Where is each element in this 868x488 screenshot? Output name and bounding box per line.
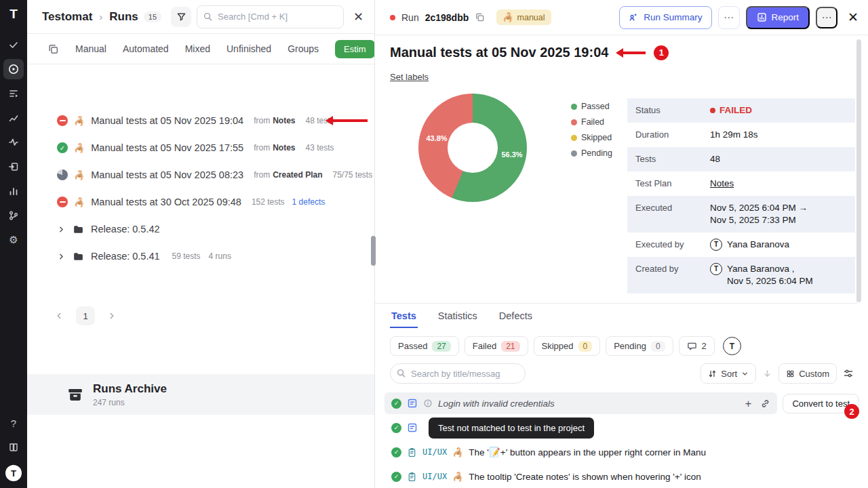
run-defects-link[interactable]: 1 defects: [292, 197, 326, 207]
copy-icon[interactable]: [475, 12, 485, 22]
tab-estimate-pill[interactable]: Estim: [335, 40, 374, 58]
run-queue-icon[interactable]: [3, 83, 24, 104]
test-row[interactable]: ✓ Login with invalid credentials + Conve…: [384, 391, 859, 415]
folder-title[interactable]: Release: 0.5.41: [91, 251, 160, 262]
tab-automated[interactable]: Automated: [123, 43, 169, 54]
run-title[interactable]: Manual tests at 05 Nov 2025 17:55: [91, 142, 243, 153]
tab-groups[interactable]: Groups: [288, 43, 319, 54]
archive-title[interactable]: Runs Archive: [93, 382, 167, 396]
app-rail: T ⚙ ? T: [0, 0, 27, 488]
filter-passed[interactable]: Passed 27: [390, 336, 459, 356]
tab-mixed[interactable]: Mixed: [185, 43, 210, 54]
tests-check-icon[interactable]: [3, 35, 24, 55]
breadcrumb-section[interactable]: Runs: [109, 10, 138, 24]
sort-button[interactable]: Sort: [701, 363, 756, 384]
panel-close-icon[interactable]: ✕: [349, 11, 368, 23]
reports-bars-icon[interactable]: [3, 181, 24, 201]
page-next-icon[interactable]: [107, 311, 117, 321]
tab-manual[interactable]: Manual: [75, 43, 106, 54]
filter-skipped[interactable]: Skipped 0: [534, 336, 601, 356]
run-row[interactable]: 🦂 Manual tests at 05 Nov 2025 08:23 from…: [27, 161, 374, 188]
run-row[interactable]: 🦂 Manual tests at 30 Oct 2025 09:48 152 …: [27, 188, 374, 216]
test-row[interactable]: ✓ UI/UX 🦂 The '📝+' button appears in the…: [384, 440, 859, 464]
test-row[interactable]: ✓ Test not matched to test in the projec…: [384, 415, 859, 440]
runs-search-input[interactable]: [197, 5, 344, 28]
app-logo[interactable]: T: [9, 7, 18, 22]
run-summary-button[interactable]: Run Summary: [619, 6, 711, 29]
release-folder-row[interactable]: Release: 0.5.41 59 tests 4 runs: [27, 243, 374, 270]
info-label: Status: [635, 104, 710, 117]
run-tests-count: 75/75 tests: [333, 170, 373, 180]
scrollbar-thumb[interactable]: [856, 39, 861, 302]
trend-icon[interactable]: [3, 108, 24, 128]
run-from-label: from: [254, 116, 270, 125]
link-icon[interactable]: [760, 399, 770, 409]
filter-comments[interactable]: 2: [679, 336, 715, 356]
settings-gear-icon[interactable]: ⚙: [3, 230, 24, 250]
info-label: Executed by: [635, 239, 710, 251]
test-row[interactable]: ✓ UI/UX 🦂 The tooltip 'Create notes' is …: [384, 464, 859, 488]
duration-value: 1h 29m 18s: [710, 129, 758, 141]
add-icon[interactable]: +: [745, 398, 752, 409]
chevron-right-icon[interactable]: [57, 225, 66, 234]
executed-by-name[interactable]: Yana Baranova: [727, 239, 789, 251]
run-title[interactable]: Manual tests at 30 Oct 2025 09:48: [91, 197, 241, 207]
report-label: Report: [772, 12, 800, 22]
runs-archive[interactable]: Runs Archive 247 runs: [27, 374, 374, 415]
created-by-name[interactable]: Yana Baranova ,: [727, 264, 795, 274]
run-source[interactable]: Notes: [273, 143, 295, 152]
import-icon[interactable]: [3, 157, 24, 177]
testplan-link[interactable]: Notes: [710, 178, 734, 190]
donut-chart: 43.8% 56.3%: [418, 94, 527, 202]
report-button[interactable]: Report: [746, 6, 810, 29]
filter-button[interactable]: [171, 7, 191, 27]
batch-select-icon[interactable]: [47, 43, 59, 55]
sort-label: Sort: [721, 369, 737, 379]
detail-more-button[interactable]: ⋯: [816, 7, 837, 28]
assignee-avatar-filter[interactable]: T: [723, 337, 741, 355]
filter-failed[interactable]: Failed 21: [465, 336, 528, 356]
docs-icon[interactable]: [3, 437, 24, 458]
branch-icon[interactable]: [3, 205, 24, 226]
runs-play-icon[interactable]: [3, 59, 24, 79]
release-folder-row[interactable]: Release: 0.5.42: [27, 216, 374, 243]
panel-scrollbar-thumb[interactable]: [371, 236, 376, 266]
test-title[interactable]: Login with invalid credentials: [438, 399, 555, 409]
tab-statistics[interactable]: Statistics: [437, 304, 479, 328]
folder-title[interactable]: Release: 0.5.42: [91, 224, 160, 235]
tab-unfinished[interactable]: Unfinished: [226, 43, 271, 54]
filter-pending[interactable]: Pending 0: [606, 336, 673, 356]
set-labels-link[interactable]: Set labels: [390, 72, 429, 82]
info-row-executed: Executed Nov 5, 2025 6:04 PM → Nov 5, 20…: [627, 196, 855, 232]
display-settings-icon[interactable]: [843, 368, 854, 379]
run-row[interactable]: ✓ 🦂 Manual tests at 05 Nov 2025 17:55 fr…: [27, 134, 374, 161]
help-icon[interactable]: ?: [3, 413, 24, 433]
test-tag: UI/UX: [422, 472, 447, 481]
run-source[interactable]: Created Plan: [273, 170, 322, 180]
status-value: FAILED: [719, 104, 752, 117]
filter-label: Skipped: [542, 341, 574, 351]
test-title[interactable]: The tooltip 'Create notes' is shown when…: [469, 472, 701, 482]
user-avatar[interactable]: T: [5, 465, 22, 481]
detail-close-icon[interactable]: ✕: [848, 11, 859, 24]
test-emoji: 🦂: [452, 472, 463, 482]
chevron-right-icon[interactable]: [57, 252, 66, 261]
tab-defects[interactable]: Defects: [498, 304, 534, 328]
test-title[interactable]: The '📝+' button appears in the upper rig…: [469, 447, 706, 458]
sort-direction-icon[interactable]: [762, 369, 772, 379]
summary-more-button[interactable]: ⋯: [718, 6, 740, 29]
custom-view-button[interactable]: Custom: [778, 363, 837, 384]
page-prev-icon[interactable]: [54, 311, 64, 321]
breadcrumb-app[interactable]: Testomat: [42, 10, 92, 24]
status-partial-icon: [57, 169, 68, 180]
tests-search-input[interactable]: [390, 363, 526, 384]
pulse-icon[interactable]: [3, 132, 24, 152]
run-title[interactable]: Manual tests at 05 Nov 2025 08:23: [91, 169, 243, 180]
run-title[interactable]: Manual tests at 05 Nov 2025 19:04: [91, 115, 243, 126]
folder-icon: [73, 251, 84, 262]
run-source[interactable]: Notes: [273, 116, 295, 125]
run-id[interactable]: 2c198dbb: [425, 12, 469, 23]
page-number-button[interactable]: 1: [76, 306, 95, 325]
tab-tests[interactable]: Tests: [390, 304, 418, 328]
chart-legend: Passed Failed Skipped Pending: [571, 102, 612, 158]
